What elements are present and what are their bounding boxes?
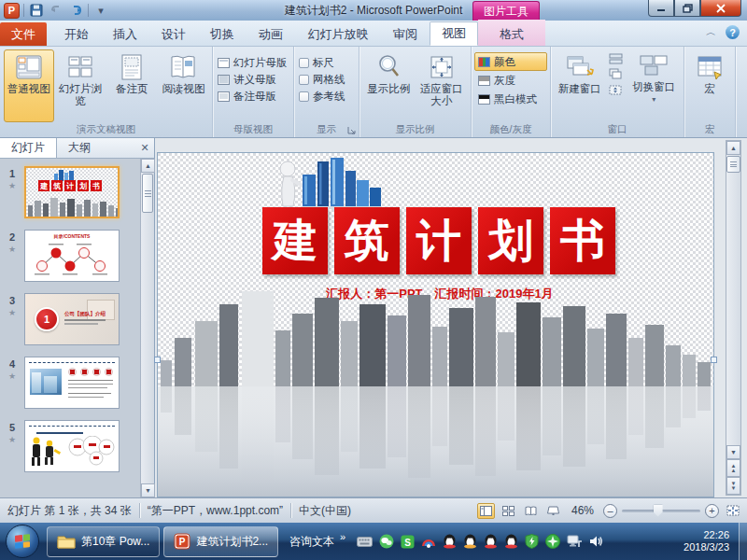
taskbar-clock[interactable]: 22:26 2018/3/23 [684, 529, 729, 553]
restore-button[interactable] [674, 0, 700, 17]
slide-master-button[interactable]: 幻灯片母版 [216, 54, 290, 71]
qq-icon[interactable] [484, 534, 498, 549]
next-slide-button[interactable]: ▼▼ [726, 477, 740, 495]
grayscale-button[interactable]: 灰度 [474, 71, 547, 90]
language-indicator[interactable]: 中文(中国) [299, 503, 351, 519]
tab-animations[interactable]: 动画 [247, 23, 295, 46]
animation-star-icon[interactable]: ★ [8, 308, 16, 317]
selection-handle-right[interactable] [711, 357, 717, 363]
slide-thumbnail-2[interactable]: 2 ★ 目录/CONTENTS [0, 230, 140, 282]
scroll-down-icon[interactable]: ▼ [726, 445, 740, 459]
tab-design[interactable]: 设计 [149, 23, 198, 46]
cascade-windows-icon[interactable] [609, 53, 623, 64]
customize-qat-dropdown-icon[interactable]: ▾ [92, 3, 109, 19]
tab-outline[interactable]: 大纲 [57, 138, 102, 158]
guides-checkbox[interactable]: 参考线 [297, 88, 356, 105]
close-button[interactable] [700, 0, 741, 17]
tab-insert[interactable]: 插入 [101, 23, 149, 46]
zoom-slider[interactable] [622, 510, 700, 512]
tab-slides[interactable]: 幻灯片 [0, 138, 57, 158]
group-label-zoom: 显示比例 [359, 122, 471, 137]
reading-view-button[interactable]: 阅读视图 [158, 49, 208, 122]
fit-slide-to-window-button[interactable] [724, 503, 741, 519]
tab-transitions[interactable]: 切换 [198, 23, 247, 46]
security-shield-icon[interactable] [525, 534, 539, 549]
reading-view-toggle[interactable] [522, 503, 540, 519]
scrollbar-thumb[interactable] [726, 156, 740, 173]
new-window-button[interactable]: 新建窗口 [556, 49, 604, 122]
sogou-icon[interactable]: S [401, 535, 415, 549]
tab-review[interactable]: 审阅 [381, 23, 430, 46]
scroll-up-icon[interactable]: ▲ [141, 159, 155, 173]
start-button[interactable] [6, 525, 39, 558]
taskbar-toolbar-text[interactable]: 咨询文本 [289, 534, 334, 550]
collapse-ribbon-icon[interactable]: ︿ [706, 25, 716, 39]
migratory-bird-icon[interactable] [421, 535, 436, 549]
main-scrollbar[interactable]: ▲ ▼ ▲▲ ▼▼ [726, 140, 741, 496]
move-split-icon[interactable] [609, 84, 623, 96]
redo-icon[interactable] [67, 3, 84, 19]
keyboard-icon[interactable] [357, 536, 373, 548]
animation-star-icon[interactable]: ★ [8, 245, 16, 254]
arrange-windows-icon[interactable] [609, 68, 623, 80]
qq-icon[interactable] [443, 534, 457, 549]
tab-slideshow[interactable]: 幻灯片放映 [295, 23, 381, 46]
tab-format[interactable]: 格式 [478, 23, 545, 46]
slide-title[interactable]: 建 筑 计 划 书 [262, 207, 615, 274]
zoom-button[interactable]: 显示比例 [362, 49, 415, 122]
taskbar-app-powerpoint[interactable]: P 建筑计划书2... [163, 526, 278, 557]
undo-icon[interactable] [48, 3, 64, 19]
normal-view-button[interactable]: 普通视图 [4, 49, 54, 122]
scroll-down-icon[interactable]: ▼ [141, 483, 155, 497]
show-dialog-launcher-icon[interactable] [347, 126, 357, 135]
animation-star-icon[interactable]: ★ [8, 435, 16, 444]
slide-thumbnail-3[interactable]: 3 ★ 1 公司【团队】介绍 [0, 293, 140, 345]
taskbar-app-folder[interactable]: 第10章 Pow... [47, 526, 160, 557]
help-icon[interactable]: ? [726, 25, 740, 39]
animation-star-icon[interactable]: ★ [8, 181, 16, 190]
handout-master-button[interactable]: 讲义母版 [216, 71, 290, 88]
scroll-up-icon[interactable]: ▲ [726, 141, 740, 155]
fit-to-window-button[interactable]: 适应窗口大小 [416, 49, 468, 122]
slide-sorter-toggle[interactable] [500, 503, 517, 519]
notes-master-button[interactable]: 备注母版 [216, 88, 290, 105]
scrollbar-thumb[interactable] [142, 174, 153, 213]
normal-view-toggle[interactable] [477, 503, 495, 519]
gridlines-checkbox[interactable]: 网格线 [297, 71, 356, 88]
minimize-button[interactable] [648, 0, 674, 17]
slideshow-toggle[interactable] [544, 503, 562, 519]
animation-star-icon[interactable]: ★ [8, 371, 16, 381]
slide-thumbnail-1[interactable]: 1 ★ 建 筑 计 划 书 [0, 166, 140, 218]
macros-button[interactable]: 宏 [688, 49, 731, 122]
zoom-in-button[interactable]: + [705, 504, 719, 518]
black-white-button[interactable]: 黑白模式 [474, 90, 547, 108]
previous-slide-button[interactable]: ▲▲ [726, 459, 740, 477]
slides-panel-scrollbar[interactable]: ▲ ▼ [140, 159, 154, 497]
tab-view[interactable]: 视图 [430, 21, 478, 46]
slide-thumbnail-4[interactable]: 4 ★ [0, 357, 140, 409]
slide-thumbnail-5[interactable]: 5 ★ [0, 420, 140, 472]
qq-icon[interactable] [463, 534, 477, 549]
slide-sorter-button[interactable]: 幻灯片浏览 [55, 49, 106, 122]
powerpoint-app-icon[interactable]: P [4, 3, 20, 19]
qq-icon[interactable] [504, 534, 518, 549]
overflow-chevron-icon[interactable]: » [340, 531, 345, 542]
selection-handle-left[interactable] [154, 357, 161, 363]
color-button[interactable]: 颜色 [474, 52, 547, 71]
save-icon[interactable] [28, 3, 45, 19]
antivirus-ball-icon[interactable] [545, 534, 560, 549]
show-desktop-button[interactable] [739, 523, 747, 560]
notes-page-button[interactable]: 备注页 [106, 49, 157, 122]
ruler-checkbox[interactable]: 标尺 [297, 54, 356, 71]
network-icon[interactable] [567, 535, 583, 548]
tab-home[interactable]: 开始 [52, 23, 101, 46]
zoom-slider-thumb[interactable] [654, 505, 663, 517]
zoom-percentage[interactable]: 46% [567, 504, 599, 517]
zoom-out-button[interactable]: – [603, 504, 617, 518]
volume-icon[interactable] [589, 535, 603, 548]
slide-canvas[interactable]: 建 筑 计 划 书 汇报人：第一PPT 汇报时间：2019年1月 [157, 152, 714, 497]
close-panel-icon[interactable]: ✕ [135, 138, 154, 158]
wechat-icon[interactable] [379, 534, 394, 549]
switch-windows-button[interactable]: 切换窗口 ▾ [628, 49, 679, 122]
tab-file[interactable]: 文件 [0, 22, 47, 46]
